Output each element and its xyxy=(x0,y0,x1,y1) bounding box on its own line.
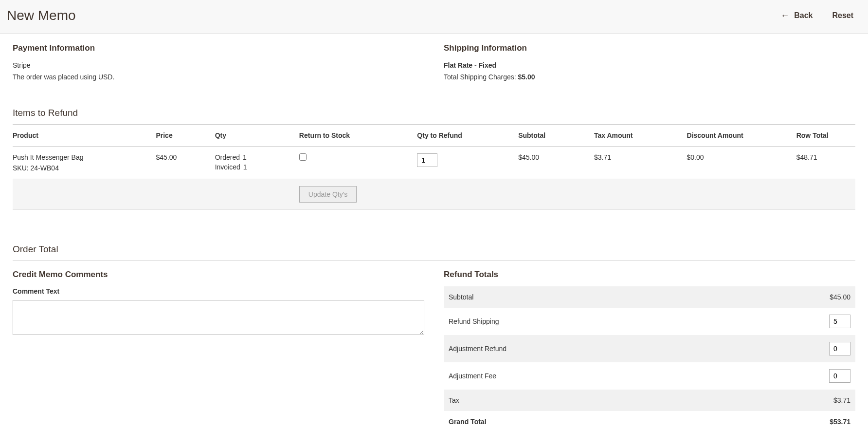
refund-shipping-input[interactable] xyxy=(829,315,850,328)
col-subtotal: Subtotal xyxy=(518,125,594,147)
reset-label: Reset xyxy=(832,11,853,20)
payment-method: Stripe xyxy=(13,60,424,72)
items-table: Product Price Qty Return to Stock Qty to… xyxy=(13,125,855,210)
shipping-charges-value: $5.00 xyxy=(518,73,535,81)
shipping-info-title: Shipping Information xyxy=(444,43,855,53)
adj-fee-label: Adjustment Fee xyxy=(444,362,725,390)
adj-fee-input[interactable] xyxy=(829,369,850,383)
arrow-left-icon: ← xyxy=(780,11,789,21)
page-header: New Memo ← Back Reset xyxy=(0,0,868,34)
items-to-refund: Items to Refund Product Price Qty Return… xyxy=(13,108,855,210)
payment-currency-note: The order was placed using USD. xyxy=(13,72,424,83)
cell-discount: $0.00 xyxy=(687,146,796,179)
payment-info-title: Payment Information xyxy=(13,43,424,53)
shipping-method: Flat Rate - Fixed xyxy=(444,60,855,72)
cell-qty-to-refund xyxy=(417,146,518,179)
adj-refund-input[interactable] xyxy=(829,342,850,355)
table-row: Push It Messenger Bag SKU: 24-WB04 $45.0… xyxy=(13,146,855,179)
col-return-to-stock: Return to Stock xyxy=(299,125,417,147)
content: Payment Information Stripe The order was… xyxy=(0,34,868,429)
refund-totals-table: Subtotal $45.00 Refund Shipping Adjustme… xyxy=(444,286,855,429)
info-row: Payment Information Stripe The order was… xyxy=(13,43,855,83)
cell-return-to-stock xyxy=(299,146,417,179)
subtotal-row: Subtotal $45.00 xyxy=(444,286,855,308)
grand-total-row: Grand Total $53.71 xyxy=(444,411,855,429)
grand-total-label: Grand Total xyxy=(444,411,725,429)
refund-totals-title: Refund Totals xyxy=(444,270,855,280)
payment-info: Payment Information Stripe The order was… xyxy=(13,43,424,83)
tax-value: $3.71 xyxy=(725,390,855,411)
adj-fee-row: Adjustment Fee xyxy=(444,362,855,390)
back-button[interactable]: ← Back xyxy=(780,11,813,21)
order-total-section: Order Total Credit Memo Comments Comment… xyxy=(13,244,855,429)
update-row: Update Qty's xyxy=(13,179,855,209)
shipping-charges: Total Shipping Charges: $5.00 xyxy=(444,72,855,83)
ordered-qty: 1 xyxy=(243,153,247,161)
cell-product: Push It Messenger Bag SKU: 24-WB04 xyxy=(13,146,156,179)
cell-row-total: $48.71 xyxy=(796,146,855,179)
shipping-info: Shipping Information Flat Rate - Fixed T… xyxy=(444,43,855,83)
refund-shipping-row: Refund Shipping xyxy=(444,308,855,335)
subtotal-value: $45.00 xyxy=(725,286,855,308)
col-discount: Discount Amount xyxy=(687,125,796,147)
cell-qty: Ordered 1 Invoiced 1 xyxy=(215,146,299,179)
product-sku: SKU: 24-WB04 xyxy=(13,164,151,172)
cell-price: $45.00 xyxy=(156,146,215,179)
col-qty-to-refund: Qty to Refund xyxy=(417,125,518,147)
back-label: Back xyxy=(794,11,813,20)
shipping-charges-label: Total Shipping Charges: xyxy=(444,73,518,81)
order-total-heading: Order Total xyxy=(13,244,855,261)
product-name: Push It Messenger Bag xyxy=(13,153,151,161)
comment-textarea[interactable] xyxy=(13,300,424,335)
update-qtys-button[interactable]: Update Qty's xyxy=(299,186,357,203)
refund-shipping-label: Refund Shipping xyxy=(444,308,725,335)
subtotal-label: Subtotal xyxy=(444,286,725,308)
qty-to-refund-input[interactable] xyxy=(417,153,437,167)
adj-refund-label: Adjustment Refund xyxy=(444,335,725,362)
invoiced-label: Invoiced xyxy=(215,163,240,171)
items-heading: Items to Refund xyxy=(13,108,855,125)
header-actions: ← Back Reset xyxy=(780,11,853,21)
table-header-row: Product Price Qty Return to Stock Qty to… xyxy=(13,125,855,147)
cell-subtotal: $45.00 xyxy=(518,146,594,179)
invoiced-qty: 1 xyxy=(243,163,247,171)
col-product: Product xyxy=(13,125,156,147)
comments-title: Credit Memo Comments xyxy=(13,270,424,280)
order-total-row: Credit Memo Comments Comment Text Refund… xyxy=(13,270,855,429)
cell-tax: $3.71 xyxy=(594,146,687,179)
col-qty: Qty xyxy=(215,125,299,147)
adj-refund-row: Adjustment Refund xyxy=(444,335,855,362)
comment-label: Comment Text xyxy=(13,287,424,295)
tax-label: Tax xyxy=(444,390,725,411)
col-price: Price xyxy=(156,125,215,147)
ordered-label: Ordered xyxy=(215,153,240,161)
comments-col: Credit Memo Comments Comment Text xyxy=(13,270,424,429)
tax-row: Tax $3.71 xyxy=(444,390,855,411)
page-title: New Memo xyxy=(7,8,76,23)
return-to-stock-checkbox[interactable] xyxy=(299,153,307,161)
refund-totals-col: Refund Totals Subtotal $45.00 Refund Shi… xyxy=(444,270,855,429)
reset-button[interactable]: Reset xyxy=(832,11,853,20)
grand-total-value: $53.71 xyxy=(725,411,855,429)
col-row-total: Row Total xyxy=(796,125,855,147)
col-tax: Tax Amount xyxy=(594,125,687,147)
